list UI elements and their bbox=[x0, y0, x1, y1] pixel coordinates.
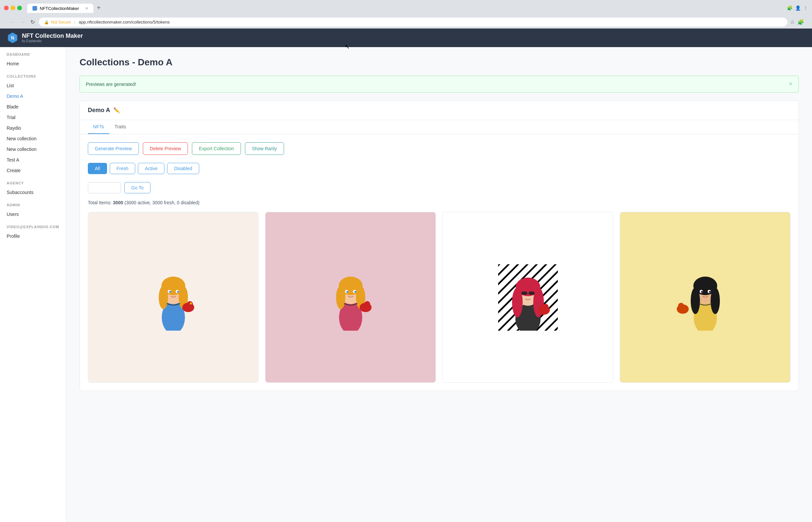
page-title: Collections - Demo A bbox=[80, 57, 799, 68]
bookmark-icon[interactable]: ☆ bbox=[790, 19, 795, 25]
total-items-label: Total Items: 3000 (3000 active, 3000 fre… bbox=[88, 200, 790, 205]
nft-card-1[interactable] bbox=[88, 212, 258, 383]
goto-button[interactable]: Go To bbox=[124, 182, 150, 193]
svg-point-5 bbox=[159, 286, 168, 309]
sidebar-section-video: VIDEO@EXPLAINDIO.COM Profile bbox=[0, 220, 66, 241]
browser-tab-active[interactable]: NFTCollectionMaker × bbox=[27, 4, 93, 13]
sidebar-label-video: VIDEO@EXPLAINDIO.COM bbox=[0, 220, 66, 231]
sidebar-section-agency: AGENCY Subaccounts bbox=[0, 176, 66, 198]
filter-disabled[interactable]: Disabled bbox=[167, 163, 199, 174]
goto-input[interactable] bbox=[88, 182, 121, 193]
nft-image-4 bbox=[620, 212, 790, 382]
logo-subtitle: by Explaindio bbox=[22, 39, 83, 43]
extensions-toolbar-icon[interactable]: 🧩 bbox=[797, 19, 804, 25]
svg-rect-32 bbox=[521, 292, 527, 295]
svg-point-36 bbox=[543, 304, 548, 310]
security-label: Not Secure bbox=[51, 20, 71, 24]
separator: | bbox=[74, 20, 75, 24]
address-text: app.nftcollectionmaker.com/collections/5… bbox=[79, 20, 170, 24]
filter-fresh[interactable]: Fresh bbox=[110, 163, 136, 174]
security-icon: 🔒 bbox=[44, 20, 49, 24]
tab-title: NFTCollectionMaker bbox=[40, 6, 79, 11]
alert-banner: Previews are generated! × bbox=[80, 76, 799, 93]
filter-all[interactable]: All bbox=[88, 163, 107, 174]
maximize-window-button[interactable] bbox=[17, 6, 22, 10]
close-window-button[interactable] bbox=[4, 6, 8, 10]
sidebar-item-list[interactable]: List bbox=[0, 80, 66, 91]
top-navigation: N NFT Collection Maker by Explaindio bbox=[0, 28, 812, 47]
menu-icon: ⋮ bbox=[804, 5, 808, 11]
sidebar-label-collections: COLLECTIONS bbox=[0, 69, 66, 80]
svg-point-10 bbox=[177, 291, 179, 293]
filter-active[interactable]: Active bbox=[138, 163, 164, 174]
collection-card-header: Demo A ✏️ bbox=[80, 101, 798, 120]
filter-pills: All Fresh Active Disabled bbox=[88, 163, 790, 174]
svg-point-24 bbox=[364, 301, 370, 307]
sidebar-item-raydio[interactable]: Raydio bbox=[0, 123, 66, 133]
traffic-lights bbox=[4, 6, 22, 10]
svg-point-44 bbox=[701, 291, 703, 293]
svg-point-13 bbox=[190, 302, 192, 304]
svg-rect-33 bbox=[528, 292, 535, 295]
sidebar-item-demo-a[interactable]: Demo A bbox=[0, 91, 66, 101]
svg-point-17 bbox=[336, 286, 345, 309]
tab-nfts[interactable]: NFTs bbox=[88, 120, 109, 134]
sidebar-item-home[interactable]: Home bbox=[0, 58, 66, 69]
sidebar-label-admin: ADMIN bbox=[0, 198, 66, 209]
svg-point-22 bbox=[354, 291, 356, 293]
generate-preview-button[interactable]: Generate Preview bbox=[88, 142, 139, 155]
nft-figure-1 bbox=[144, 264, 203, 330]
extensions-icon: 🧩 bbox=[787, 5, 792, 11]
address-bar: ← → ↻ 🔒 Not Secure | app.nftcollectionma… bbox=[4, 16, 808, 28]
tab-favicon bbox=[33, 6, 37, 11]
sidebar-item-blade[interactable]: Blade bbox=[0, 101, 66, 112]
sidebar-item-new-collection-2[interactable]: New collection bbox=[0, 144, 66, 155]
goto-area: Go To bbox=[88, 182, 790, 193]
total-items-count: 3000 bbox=[113, 200, 123, 205]
sidebar-item-test-a[interactable]: Test A bbox=[0, 155, 66, 165]
tab-close-button[interactable]: × bbox=[85, 6, 88, 11]
sidebar-section-admin: ADMIN Users bbox=[0, 198, 66, 220]
sidebar-item-trial[interactable]: Trial bbox=[0, 112, 66, 123]
nft-card-3[interactable] bbox=[442, 212, 613, 383]
delete-preview-button[interactable]: Delete Preview bbox=[143, 142, 188, 155]
logo-area: N NFT Collection Maker by Explaindio bbox=[7, 32, 83, 44]
sidebar-item-create[interactable]: Create bbox=[0, 165, 66, 176]
refresh-button[interactable]: ↻ bbox=[29, 18, 36, 26]
sidebar-item-profile[interactable]: Profile bbox=[0, 231, 66, 241]
minimize-window-button[interactable] bbox=[11, 6, 15, 10]
total-items-prefix: Total Items: bbox=[88, 200, 112, 205]
tab-bar: NFTCollectionMaker × + bbox=[27, 3, 103, 13]
svg-point-45 bbox=[709, 291, 711, 293]
alert-close-button[interactable]: × bbox=[789, 81, 792, 87]
export-collection-button[interactable]: Export Collection bbox=[192, 142, 241, 155]
collection-name: Demo A bbox=[88, 107, 110, 114]
total-items-detail: (3000 active, 3000 fresh, 0 disabled) bbox=[125, 200, 200, 205]
sidebar-item-new-collection-1[interactable]: New collection bbox=[0, 133, 66, 144]
collection-card: Demo A ✏️ NFTs Traits Generate Preview D… bbox=[80, 100, 799, 391]
nft-card-2[interactable] bbox=[265, 212, 436, 383]
url-input[interactable]: 🔒 Not Secure | app.nftcollectionmaker.co… bbox=[39, 18, 788, 26]
nft-card-4[interactable] bbox=[620, 212, 790, 383]
new-tab-button[interactable]: + bbox=[94, 3, 103, 13]
svg-text:N: N bbox=[11, 35, 14, 40]
sidebar-item-users[interactable]: Users bbox=[0, 209, 66, 220]
forward-button[interactable]: → bbox=[19, 18, 26, 26]
back-button[interactable]: ← bbox=[8, 18, 16, 26]
tab-traits[interactable]: Traits bbox=[109, 120, 131, 134]
nft-image-2 bbox=[266, 212, 436, 382]
collection-tabs: NFTs Traits bbox=[80, 120, 798, 134]
show-rarity-button[interactable]: Show Rarity bbox=[245, 142, 284, 155]
app-container: DASBOARD Home COLLECTIONS List Demo A Bl… bbox=[0, 47, 812, 522]
sidebar-item-subaccounts[interactable]: Subaccounts bbox=[0, 187, 66, 198]
svg-point-40 bbox=[691, 287, 700, 314]
sidebar-label-agency: AGENCY bbox=[0, 176, 66, 187]
nft-figure-2 bbox=[321, 264, 380, 330]
nft-image-1 bbox=[88, 212, 258, 382]
sidebar: DASBOARD Home COLLECTIONS List Demo A Bl… bbox=[0, 47, 66, 522]
logo-title: NFT Collection Maker bbox=[22, 33, 83, 39]
edit-collection-icon[interactable]: ✏️ bbox=[113, 107, 120, 114]
svg-point-9 bbox=[169, 291, 171, 293]
logo-icon: N bbox=[7, 32, 19, 44]
alert-message: Previews are generated! bbox=[86, 82, 136, 87]
